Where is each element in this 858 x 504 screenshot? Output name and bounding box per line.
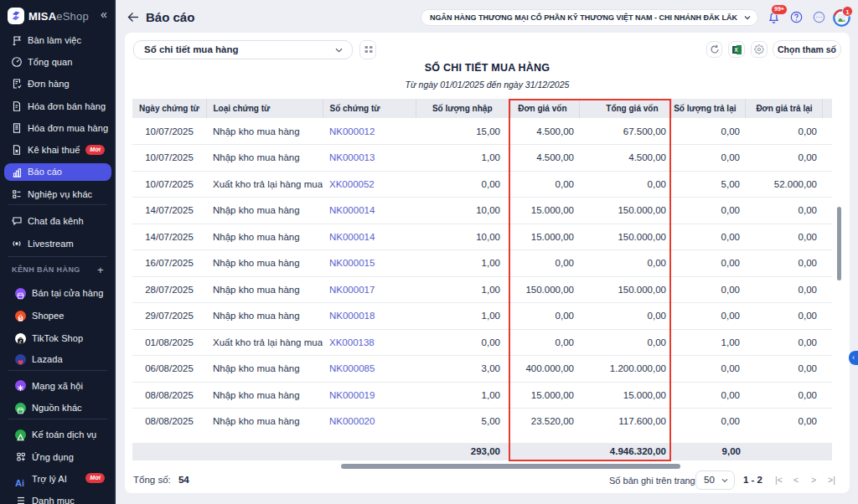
svg-text:S: S bbox=[19, 316, 22, 321]
svg-text:X: X bbox=[734, 47, 738, 53]
